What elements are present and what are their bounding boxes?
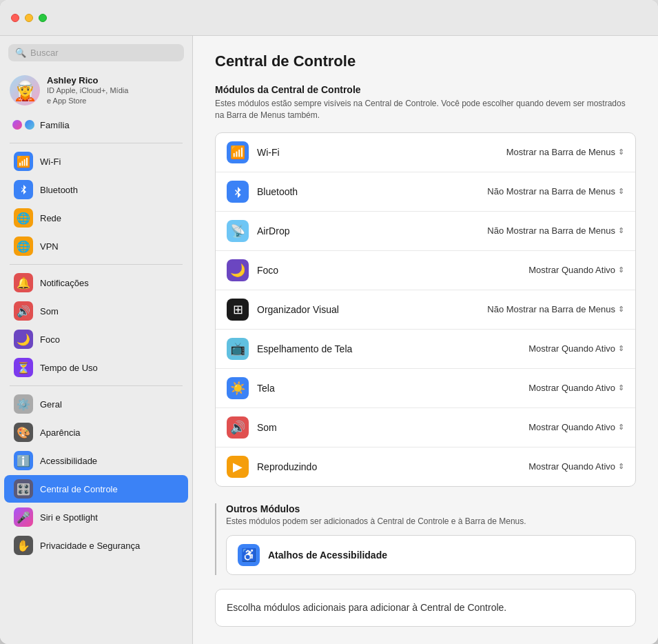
sidebar-item-som-label: Som	[40, 306, 59, 316]
divider-3	[10, 385, 183, 386]
module-organizador-select[interactable]: Não Mostrar na Barra de Menus ⇕	[487, 304, 624, 314]
module-reproduzindo-label: Reproduzindo	[257, 461, 520, 472]
foco-icon: 🌙	[14, 330, 33, 349]
maximize-button[interactable]	[39, 14, 47, 22]
module-espelhamento-icon: 📺	[227, 338, 249, 360]
outros-section: Outros Módulos Estes módulos podem ser a…	[215, 503, 636, 576]
module-som-select[interactable]: Mostrar Quando Ativo ⇕	[528, 422, 624, 432]
minimize-button[interactable]	[25, 14, 33, 22]
tela-arrows-icon: ⇕	[618, 383, 624, 392]
modules-section-desc: Estes módulos estão sempre visíveis na C…	[215, 98, 636, 121]
module-tela-select[interactable]: Mostrar Quando Ativo ⇕	[528, 383, 624, 393]
modules-list: 📶 Wi-Fi Mostrar na Barra de Menus ⇕ Blue…	[215, 132, 636, 487]
bluetooth-arrows-icon: ⇕	[618, 187, 624, 196]
sidebar-item-wifi[interactable]: 📶 Wi-Fi	[4, 148, 188, 175]
espelhamento-arrows-icon: ⇕	[618, 344, 624, 353]
sidebar-item-privacidade[interactable]: ✋ Privacidade e Segurança	[4, 532, 188, 559]
module-som-icon: 🔊	[227, 416, 249, 439]
module-airdrop-option: Não Mostrar na Barra de Menus	[487, 225, 615, 236]
divider-1	[10, 143, 183, 143]
module-tela-label: Tela	[257, 383, 520, 394]
sidebar-item-siri[interactable]: 🎤 Siri e Spotlight	[4, 503, 188, 531]
search-container: 🔍 Buscar	[0, 36, 192, 67]
module-foco-label: Foco	[257, 265, 520, 276]
sidebar-item-acessibilidade[interactable]: ℹ️ Acessibilidade	[4, 447, 188, 474]
sidebar-item-rede[interactable]: 🌐 Rede	[4, 204, 188, 232]
user-profile[interactable]: 🧝 Ashley Rico ID Apple, iCloud+, Mídiae …	[0, 70, 192, 111]
titlebar	[0, 0, 658, 36]
module-wifi-icon: 📶	[227, 141, 249, 163]
notif-icon: 🔔	[14, 273, 33, 292]
user-name: Ashley Rico	[47, 75, 128, 85]
sidebar-item-tempo[interactable]: ⏳ Tempo de Uso	[4, 354, 188, 381]
module-reproduzindo-select[interactable]: Mostrar Quando Ativo ⇕	[528, 461, 624, 472]
module-row-som: 🔊 Som Mostrar Quando Ativo ⇕	[216, 408, 635, 447]
sidebar-item-central[interactable]: 🎛️ Central de Controle	[4, 475, 188, 503]
sidebar-item-geral[interactable]: ⚙️ Geral	[4, 390, 188, 418]
central-icon: 🎛️	[14, 479, 33, 499]
sidebar-item-bluetooth[interactable]: Bluetooth	[4, 176, 188, 203]
sidebar-item-foco[interactable]: 🌙 Foco	[4, 325, 188, 353]
sidebar-item-notificacoes-label: Notificações	[40, 278, 89, 288]
rede-icon: 🌐	[14, 208, 33, 228]
module-atalhos-icon: ♿	[238, 544, 260, 566]
sidebar-scroll: 🧝 Ashley Rico ID Apple, iCloud+, Mídiae …	[0, 67, 192, 644]
som-icon: 🔊	[14, 301, 33, 321]
modules-section-title: Módulos da Central de Controle	[215, 84, 636, 95]
module-airdrop-icon: 📡	[227, 220, 249, 242]
sidebar-item-vpn[interactable]: 🌐 VPN	[4, 232, 188, 260]
module-atalhos-label: Atalhos de Acessibilidade	[268, 550, 624, 561]
callout-text: Escolha módulos adicionais para adiciona…	[227, 602, 506, 613]
module-organizador-option: Não Mostrar na Barra de Menus	[487, 304, 615, 314]
sidebar-item-aparencia-label: Aparência	[40, 427, 81, 438]
sidebar-item-rede-label: Rede	[40, 213, 61, 223]
sidebar-item-familia[interactable]: Família	[4, 111, 188, 139]
module-espelhamento-select[interactable]: Mostrar Quando Ativo ⇕	[528, 343, 624, 354]
sidebar-item-acess-label: Acessibilidade	[40, 456, 97, 466]
module-row-atalhos: ♿ Atalhos de Acessibilidade	[227, 536, 635, 574]
module-som-label: Som	[257, 422, 520, 433]
module-som-option: Mostrar Quando Ativo	[528, 422, 615, 432]
module-reproduzindo-option: Mostrar Quando Ativo	[528, 461, 615, 472]
module-organizador-icon: ⊞	[227, 299, 249, 321]
search-placeholder: Buscar	[30, 48, 58, 58]
module-foco-select[interactable]: Mostrar Quando Ativo ⇕	[528, 265, 624, 275]
organizador-arrows-icon: ⇕	[618, 305, 624, 314]
sidebar-item-bluetooth-label: Bluetooth	[40, 185, 78, 195]
airdrop-arrows-icon: ⇕	[618, 226, 624, 235]
module-row-airdrop: 📡 AirDrop Não Mostrar na Barra de Menus …	[216, 212, 635, 251]
module-wifi-select[interactable]: Mostrar na Barra de Menus ⇕	[506, 147, 624, 157]
module-row-espelhamento: 📺 Espelhamento de Tela Mostrar Quando At…	[216, 330, 635, 369]
module-bluetooth-select[interactable]: Não Mostrar na Barra de Menus ⇕	[487, 186, 624, 197]
vpn-icon: 🌐	[14, 237, 33, 256]
module-row-wifi: 📶 Wi-Fi Mostrar na Barra de Menus ⇕	[216, 133, 635, 172]
outros-title: Outros Módulos	[226, 503, 636, 514]
user-info: Ashley Rico ID Apple, iCloud+, Mídiae Ap…	[47, 75, 128, 105]
module-row-foco: 🌙 Foco Mostrar Quando Ativo ⇕	[216, 251, 635, 290]
module-row-organizador: ⊞ Organizador Visual Não Mostrar na Barr…	[216, 290, 635, 330]
sidebar-item-geral-label: Geral	[40, 399, 62, 410]
module-wifi-option: Mostrar na Barra de Menus	[506, 147, 615, 157]
module-row-tela: ☀️ Tela Mostrar Quando Ativo ⇕	[216, 369, 635, 408]
sidebar-item-aparencia[interactable]: 🎨 Aparência	[4, 419, 188, 446]
privacidade-icon: ✋	[14, 536, 33, 555]
aparencia-icon: 🎨	[14, 423, 33, 442]
sidebar-item-central-label: Central de Controle	[40, 484, 118, 494]
wifi-icon: 📶	[14, 152, 33, 171]
family-icon	[14, 115, 33, 134]
wifi-arrows-icon: ⇕	[618, 148, 624, 157]
sidebar-item-notificacoes[interactable]: 🔔 Notificações	[4, 269, 188, 296]
sidebar-item-som[interactable]: 🔊 Som	[4, 297, 188, 325]
geral-icon: ⚙️	[14, 394, 33, 414]
module-row-bluetooth: Bluetooth Não Mostrar na Barra de Menus …	[216, 172, 635, 212]
module-airdrop-label: AirDrop	[257, 225, 479, 237]
search-box[interactable]: 🔍 Buscar	[8, 44, 184, 61]
page-title: Central de Controle	[215, 52, 636, 70]
module-reproduzindo-icon: ▶	[227, 456, 249, 478]
callout-box: Escolha módulos adicionais para adiciona…	[215, 589, 636, 627]
siri-icon: 🎤	[14, 507, 33, 527]
close-button[interactable]	[11, 14, 19, 22]
foco-arrows-icon: ⇕	[618, 265, 624, 274]
acess-icon: ℹ️	[14, 451, 33, 470]
module-airdrop-select[interactable]: Não Mostrar na Barra de Menus ⇕	[487, 225, 624, 236]
